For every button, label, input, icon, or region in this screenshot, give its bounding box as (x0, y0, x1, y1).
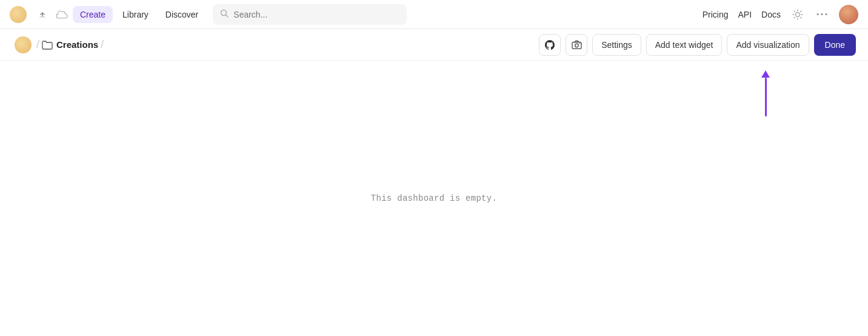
svg-point-11 (817, 13, 819, 15)
api-link[interactable]: API (738, 10, 752, 19)
svg-point-16 (579, 43, 580, 44)
svg-line-8 (801, 17, 801, 18)
empty-dashboard-text: This dashboard is empty. (371, 193, 497, 203)
github-icon-button[interactable] (539, 34, 561, 56)
svg-line-7 (794, 11, 795, 12)
breadcrumb-bar: / Creations / Settings Add text widget A… (0, 29, 868, 61)
nav-tab-discover[interactable]: Discover (158, 6, 205, 23)
svg-point-12 (821, 13, 823, 15)
svg-line-1 (226, 15, 229, 17)
settings-button[interactable]: Settings (592, 34, 641, 56)
breadcrumb-sep-2: / (101, 38, 104, 51)
user-avatar[interactable] (839, 5, 858, 24)
app-logo[interactable] (10, 6, 27, 23)
search-bar[interactable] (213, 4, 407, 25)
nav-tab-library[interactable]: Library (115, 6, 156, 23)
done-button[interactable]: Done (814, 34, 856, 56)
camera-icon-button[interactable] (566, 34, 587, 56)
navbar: Create Library Discover Pricing API Docs (0, 0, 868, 29)
add-visualization-button[interactable]: Add visualization (727, 34, 809, 56)
nav-cloud-icon (53, 6, 70, 23)
arrow-line (765, 78, 767, 116)
main-content: This dashboard is empty. (0, 61, 868, 336)
svg-line-9 (801, 11, 801, 12)
arrow-up-indicator (761, 70, 770, 116)
add-text-widget-button[interactable]: Add text widget (646, 34, 723, 56)
more-options-icon[interactable] (815, 7, 829, 22)
breadcrumb-sep-1: / (36, 38, 39, 51)
theme-toggle-icon[interactable] (790, 7, 805, 22)
svg-point-15 (575, 44, 578, 47)
svg-point-13 (826, 13, 827, 15)
search-icon (220, 9, 229, 20)
search-input[interactable] (233, 10, 399, 19)
svg-line-10 (794, 17, 795, 18)
nav-up-icon[interactable] (34, 6, 51, 23)
breadcrumb-folder-label: Creations (56, 39, 98, 50)
nav-right: Pricing API Docs (703, 5, 858, 24)
folder-icon (42, 40, 53, 50)
nav-tab-create[interactable]: Create (73, 6, 113, 23)
svg-point-2 (796, 12, 800, 16)
pricing-link[interactable]: Pricing (703, 10, 729, 19)
breadcrumb-avatar (15, 36, 32, 53)
toolbar: Settings Add text widget Add visualizati… (539, 34, 856, 56)
arrow-head (761, 70, 770, 78)
docs-link[interactable]: Docs (761, 10, 781, 19)
